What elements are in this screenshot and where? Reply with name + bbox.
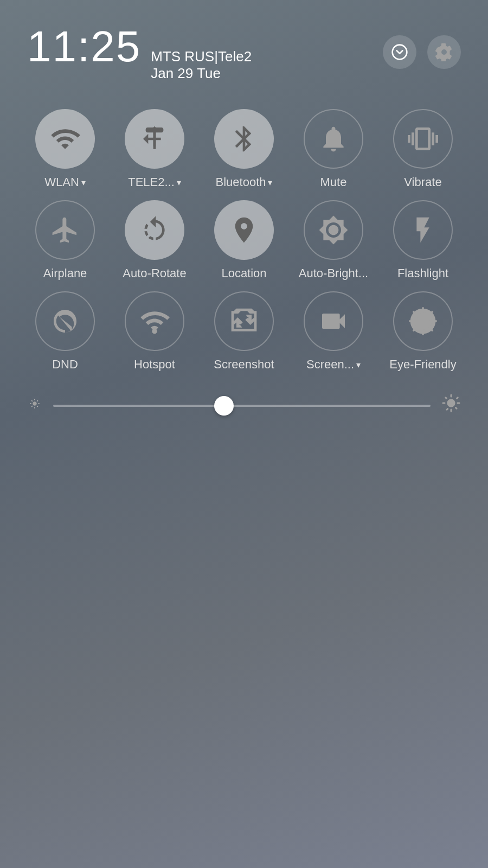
tile-label-vibrate: Vibrate bbox=[404, 175, 441, 189]
tiles-row-1: WLAN ▾ TELE2... ▾ bbox=[27, 109, 461, 189]
settings-button[interactable] bbox=[427, 35, 461, 69]
brightness-row bbox=[0, 382, 488, 429]
tile-label-auto-bright: Auto-Bright... bbox=[299, 266, 368, 280]
tile-label-wlan: WLAN ▾ bbox=[44, 175, 86, 189]
brightness-high-icon bbox=[441, 393, 461, 418]
tile-auto-rotate[interactable]: Auto-Rotate bbox=[117, 200, 192, 280]
tile-tele2[interactable]: TELE2... ▾ bbox=[117, 109, 192, 189]
tile-circle-screenshot bbox=[214, 291, 274, 351]
tile-airplane[interactable]: Airplane bbox=[27, 200, 103, 280]
tile-circle-flashlight bbox=[393, 200, 453, 260]
svg-line-5 bbox=[413, 311, 415, 313]
tile-flashlight[interactable]: Flashlight bbox=[385, 200, 461, 280]
carrier-text: MTS RUS|Tele2 bbox=[151, 48, 252, 65]
tile-label-bluetooth: Bluetooth ▾ bbox=[216, 175, 273, 189]
quick-tiles: WLAN ▾ TELE2... ▾ bbox=[0, 93, 488, 372]
svg-point-0 bbox=[393, 44, 407, 59]
time-section: 11:25 MTS RUS|Tele2 Jan 29 Tue bbox=[27, 22, 252, 82]
brightness-low-icon bbox=[27, 396, 42, 415]
svg-point-11 bbox=[33, 402, 37, 406]
brightness-slider[interactable] bbox=[53, 405, 431, 407]
tile-label-flashlight: Flashlight bbox=[397, 266, 448, 280]
tile-circle-hotspot bbox=[125, 291, 184, 351]
tiles-row-2: Airplane Auto-Rotate Location bbox=[27, 200, 461, 280]
tile-wlan[interactable]: WLAN ▾ bbox=[27, 109, 103, 189]
tile-screenshot[interactable]: Screenshot bbox=[206, 291, 282, 372]
expand-button[interactable] bbox=[383, 35, 416, 69]
tile-location[interactable]: Location bbox=[206, 200, 282, 280]
date-carrier: MTS RUS|Tele2 Jan 29 Tue bbox=[151, 48, 252, 82]
date-text: Jan 29 Tue bbox=[151, 65, 252, 82]
tile-circle-airplane bbox=[35, 200, 95, 260]
svg-line-10 bbox=[431, 311, 433, 313]
svg-point-1 bbox=[152, 329, 157, 334]
tile-circle-tele2 bbox=[125, 109, 184, 169]
tile-label-tele2: TELE2... ▾ bbox=[128, 175, 181, 189]
tile-label-hotspot: Hotspot bbox=[134, 358, 175, 372]
tile-label-screen-rec: Screen... ▾ bbox=[306, 358, 361, 372]
clock: 11:25 bbox=[27, 22, 141, 72]
tile-circle-bluetooth bbox=[214, 109, 274, 169]
tile-circle-location bbox=[214, 200, 274, 260]
tile-eye-friendly[interactable]: Eye-Friendly bbox=[385, 291, 461, 372]
tile-hotspot[interactable]: Hotspot bbox=[117, 291, 192, 372]
tile-label-mute: Mute bbox=[320, 175, 347, 189]
tile-bluetooth[interactable]: Bluetooth ▾ bbox=[206, 109, 282, 189]
tile-label-airplane: Airplane bbox=[43, 266, 87, 280]
status-icons bbox=[383, 35, 461, 69]
tile-circle-eye-friendly bbox=[393, 291, 453, 351]
tile-circle-vibrate bbox=[393, 109, 453, 169]
tile-dnd[interactable]: DND bbox=[27, 291, 103, 372]
tile-label-location: Location bbox=[221, 266, 266, 280]
tile-circle-mute bbox=[304, 109, 363, 169]
tile-label-screenshot: Screenshot bbox=[214, 358, 274, 372]
tile-screen-rec[interactable]: Screen... ▾ bbox=[296, 291, 371, 372]
tiles-row-3: DND Hotspot Screenshot bbox=[27, 291, 461, 372]
tile-circle-screen-rec bbox=[304, 291, 363, 351]
tile-label-dnd: DND bbox=[52, 358, 78, 372]
svg-line-6 bbox=[431, 329, 433, 331]
tile-circle-wlan bbox=[35, 109, 95, 169]
tile-circle-auto-bright bbox=[304, 200, 363, 260]
tile-label-eye-friendly: Eye-Friendly bbox=[389, 358, 456, 372]
tile-mute[interactable]: Mute bbox=[296, 109, 371, 189]
tile-auto-bright[interactable]: Auto-Bright... bbox=[296, 200, 371, 280]
status-bar: 11:25 MTS RUS|Tele2 Jan 29 Tue bbox=[0, 0, 488, 93]
tile-circle-auto-rotate bbox=[125, 200, 184, 260]
tile-vibrate[interactable]: Vibrate bbox=[385, 109, 461, 189]
svg-line-9 bbox=[413, 329, 415, 331]
tile-label-auto-rotate: Auto-Rotate bbox=[123, 266, 186, 280]
tile-circle-dnd bbox=[35, 291, 95, 351]
